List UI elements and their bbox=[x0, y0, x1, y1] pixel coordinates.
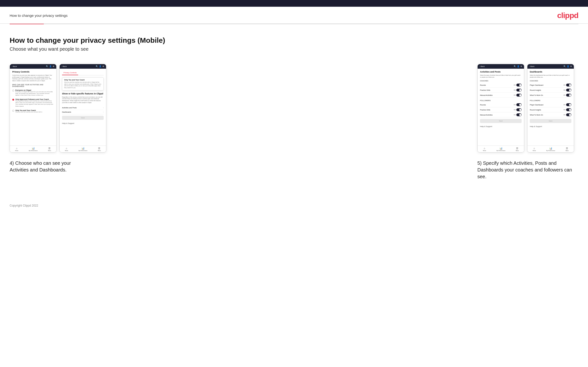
phone3-coaches-rounds-toggle[interactable] bbox=[516, 83, 522, 86]
chart-icon: 📊 bbox=[32, 147, 35, 150]
phone3-save-button[interactable]: Save bbox=[480, 119, 522, 123]
phone1-icons: 🔍 👤 ⚙ bbox=[46, 65, 54, 67]
phone4-nav-perf-label: My Performance bbox=[546, 150, 555, 151]
phone4-topbar: ‹ Back 🔍 👤 ⚙ bbox=[527, 64, 574, 69]
phone3-followers-drills-on-text: ON bbox=[514, 109, 516, 110]
person-icon-3[interactable]: 👤 bbox=[517, 65, 519, 67]
phone3-followers-rounds-toggle[interactable] bbox=[516, 103, 522, 106]
header-title: How to change your privacy settings bbox=[10, 13, 68, 17]
phone3-followers-manual-toggle[interactable] bbox=[516, 113, 522, 116]
phone4-coaches-player-label: Player Dashboard bbox=[530, 84, 543, 86]
phone1-option-approved[interactable]: Only Approved Followers and Your Coach O… bbox=[12, 97, 54, 108]
phone3-coaches-manual-on-text: ON bbox=[514, 94, 516, 96]
home-icon-3: ⌂ bbox=[484, 147, 485, 150]
phone2-save-button[interactable]: Save bbox=[62, 116, 104, 120]
phone4-section-title: Dashboards bbox=[530, 71, 571, 73]
person-icon-2[interactable]: 👤 bbox=[99, 65, 102, 67]
phone2-section-desc: Regardless of the privacy controls that … bbox=[62, 96, 104, 104]
search-icon-2[interactable]: 🔍 bbox=[96, 65, 98, 67]
phone1-radio-everyone[interactable] bbox=[12, 90, 14, 92]
phone3-section-title: Activities and Posts bbox=[480, 71, 522, 73]
menu-icon-2: ☰ bbox=[98, 147, 100, 150]
settings-icon[interactable]: ⚙ bbox=[53, 65, 54, 67]
phone4-followers-player-on-text: ON bbox=[563, 104, 565, 105]
header: How to change your privacy settings clip… bbox=[0, 7, 588, 24]
phone3-followers-rounds-label: Rounds bbox=[480, 104, 486, 106]
settings-icon-3[interactable]: ⚙ bbox=[520, 65, 522, 67]
phone4-coaches-player-toggle[interactable] bbox=[566, 83, 571, 86]
phone3-section-desc: Select the types of activity that you'd … bbox=[480, 75, 522, 78]
person-icon[interactable]: 👤 bbox=[49, 65, 52, 67]
phone2-menu-dashboards[interactable]: Dashboards › bbox=[62, 110, 104, 114]
chart-icon-3: 📊 bbox=[500, 147, 502, 150]
phone1-topbar: ‹ Back 🔍 👤 ⚙ bbox=[10, 64, 56, 69]
phone4-followers-round-insights-toggle[interactable] bbox=[566, 108, 571, 111]
phone4-followers-work-on-toggle[interactable] bbox=[566, 113, 571, 116]
phone4-nav-home-label: Home bbox=[533, 150, 536, 151]
home-icon: ⌂ bbox=[16, 147, 17, 150]
phone3-coaches-manual-toggle[interactable] bbox=[516, 94, 522, 97]
phone2-tab-privacy[interactable]: Privacy Controls bbox=[62, 71, 78, 75]
chevron-right-icon-1: › bbox=[103, 107, 104, 109]
phone2-nav-menu[interactable]: ☰ Menu bbox=[98, 147, 101, 151]
phone-3: ‹ Back 🔍 👤 ⚙ Activities and Posts Select… bbox=[477, 64, 524, 152]
phone1-nav-home[interactable]: ⌂ Home bbox=[15, 147, 18, 151]
search-icon-3[interactable]: 🔍 bbox=[514, 65, 516, 67]
chevron-right-icon-2: › bbox=[103, 111, 104, 113]
phone3-nav-home[interactable]: ⌂ Home bbox=[483, 147, 486, 151]
search-icon-4[interactable]: 🔍 bbox=[563, 65, 566, 67]
page-subheading: Choose what you want people to see bbox=[10, 46, 578, 52]
phone4-nav-menu-label: Menu bbox=[566, 150, 569, 151]
phone3-coaches-drills-toggle[interactable] bbox=[516, 89, 522, 92]
phone1-desc: Control how you and your data appears to… bbox=[12, 75, 54, 82]
caption-left: 4) Choose who can see your Activities an… bbox=[10, 160, 86, 173]
phone3-nav-perf-label: My Performance bbox=[497, 150, 506, 151]
phone3-nav-perf[interactable]: 📊 My Performance bbox=[497, 147, 506, 151]
phone1-radio-only-you[interactable] bbox=[12, 110, 14, 112]
phone4-coaches-round-insights-toggle[interactable] bbox=[566, 89, 571, 92]
phone3-followers-manual: Manual Activities ON bbox=[480, 112, 522, 117]
phone3-back[interactable]: ‹ Back bbox=[480, 65, 484, 67]
phone1-option-everyone-title: Everyone on Clippd bbox=[15, 89, 54, 91]
phone1-radio-approved[interactable] bbox=[12, 99, 14, 101]
phone4-back[interactable]: ‹ Back bbox=[529, 65, 534, 67]
search-icon[interactable]: 🔍 bbox=[46, 65, 48, 67]
phone2-nav-home[interactable]: ⌂ Home bbox=[65, 147, 68, 151]
person-icon-4[interactable]: 👤 bbox=[567, 65, 569, 67]
phone2-back[interactable]: ‹ Back bbox=[61, 65, 67, 67]
phone1-section-title: Privacy Controls bbox=[12, 71, 54, 73]
phone2-popup-desc: Only you and the coaches you connect wit… bbox=[64, 81, 102, 89]
phone4-followers-player-toggle[interactable] bbox=[566, 103, 571, 106]
phone4-followers-work-on-on-text: ON bbox=[563, 114, 565, 116]
phone1-option-everyone[interactable]: Everyone on Clippd Everyone on Clippd ca… bbox=[12, 88, 54, 97]
phone3-nav-menu[interactable]: ☰ Menu bbox=[516, 147, 519, 151]
phone4-coaches-round-insights-on-text: ON bbox=[563, 89, 565, 91]
chart-icon-4: 📊 bbox=[549, 147, 552, 150]
phone1-nav-menu[interactable]: ☰ Menu bbox=[48, 147, 51, 151]
phone4-save-button[interactable]: Save bbox=[530, 119, 571, 123]
phone4-nav-home[interactable]: ⌂ Home bbox=[533, 147, 536, 151]
phones-pair-right: ‹ Back 🔍 👤 ⚙ Activities and Posts Select… bbox=[477, 64, 574, 152]
phone1-option-only-you[interactable]: Only You and Your Coach Only you and the… bbox=[12, 108, 54, 114]
phone3-followers-drills-label: Practice Drills bbox=[480, 109, 490, 111]
phone2-menu-activities[interactable]: Activities and Posts › bbox=[62, 106, 104, 110]
phone1-back[interactable]: ‹ Back bbox=[12, 65, 17, 67]
phone1-option-only-you-desc: Only you and the coaches you connect wit… bbox=[15, 111, 42, 113]
phone1-nav-perf[interactable]: 📊 My Performance bbox=[29, 147, 38, 151]
phone4-coaches-player-on-text: ON bbox=[563, 84, 565, 86]
settings-icon-4[interactable]: ⚙ bbox=[570, 65, 572, 67]
phone4-coaches-work-on-toggle[interactable] bbox=[566, 94, 571, 97]
phone4-coaches-round-insights: Round Insights ON bbox=[530, 88, 571, 93]
phone4-nav-menu[interactable]: ☰ Menu bbox=[566, 147, 569, 151]
settings-icon-2[interactable]: ⚙ bbox=[103, 65, 104, 67]
phone1-nav-home-label: Home bbox=[15, 150, 18, 151]
group-right: ‹ Back 🔍 👤 ⚙ Activities and Posts Select… bbox=[477, 64, 578, 180]
phone2-nav-perf[interactable]: 📊 My Performance bbox=[79, 147, 87, 151]
phone1-option-approved-title: Only Approved Followers and Your Coach bbox=[15, 99, 54, 100]
phone4-nav-perf[interactable]: 📊 My Performance bbox=[546, 147, 555, 151]
phone4-followers-player-label: Player Dashboard bbox=[530, 104, 543, 106]
phone1-option-only-you-title: Only You and Your Coach bbox=[15, 109, 42, 111]
phone4-followers-round-insights: Round Insights ON bbox=[530, 107, 571, 112]
phone4-body: Dashboards Select the dashboards that yo… bbox=[527, 69, 574, 146]
phone3-followers-drills-toggle[interactable] bbox=[516, 108, 522, 111]
